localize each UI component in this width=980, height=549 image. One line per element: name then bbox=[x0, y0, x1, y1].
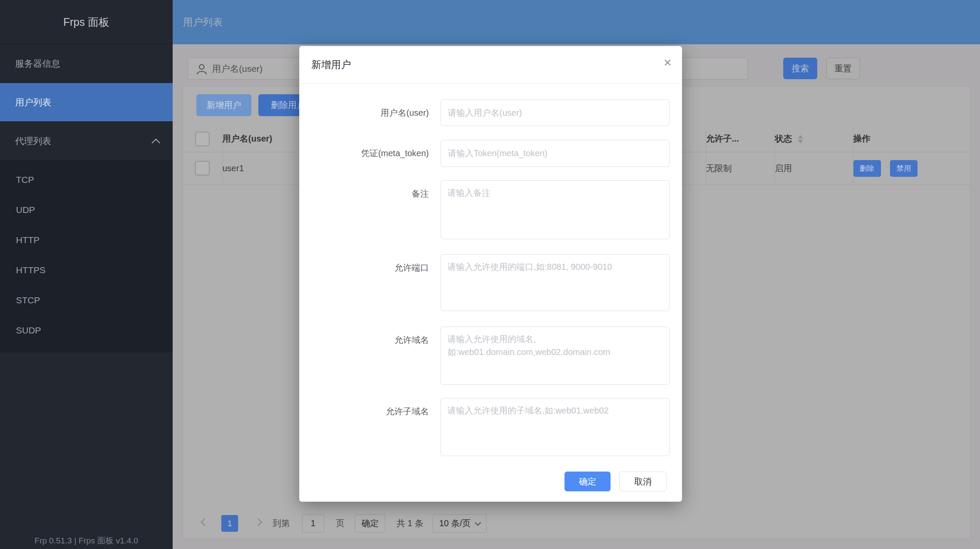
page-number-button[interactable]: 1 bbox=[221, 515, 238, 532]
sidebar: Frps 面板 服务器信息 用户列表 代理列表 TCP UDP HTTP HTT… bbox=[0, 0, 173, 549]
token-input[interactable] bbox=[440, 140, 670, 167]
chevron-down-icon bbox=[475, 520, 481, 526]
sidebar-item-user-list[interactable]: 用户列表 bbox=[0, 83, 173, 122]
allow-ports-textarea[interactable] bbox=[440, 254, 670, 311]
cell-allow-subdomain: 无限制 bbox=[706, 152, 775, 185]
sidebar-nav: 服务器信息 用户列表 代理列表 TCP UDP HTTP HTTPS STCP … bbox=[0, 44, 173, 352]
allow-domains-textarea[interactable] bbox=[440, 327, 670, 385]
field-label-comment: 备注 bbox=[299, 180, 429, 207]
sidebar-item-label: 服务器信息 bbox=[15, 58, 60, 70]
prev-page-icon[interactable] bbox=[202, 519, 211, 528]
field-label-username: 用户名(user) bbox=[299, 99, 429, 126]
field-label-allow-domains: 允许域名 bbox=[299, 327, 429, 353]
pagination: 1 到第 页 确定 共 1 条 10 条/页 bbox=[183, 514, 970, 533]
goto-prefix-label: 到第 bbox=[273, 518, 290, 529]
field-label-allow-ports: 允许端口 bbox=[299, 254, 429, 281]
field-label-token: 凭证(meta_token) bbox=[299, 140, 429, 167]
page-header: 用户列表 bbox=[173, 0, 980, 44]
goto-confirm-button[interactable]: 确定 bbox=[355, 514, 385, 533]
sidebar-item-label: TCP bbox=[16, 175, 34, 185]
sidebar-item-label: 用户列表 bbox=[15, 96, 51, 108]
sidebar-item-label: SUDP bbox=[16, 325, 41, 336]
close-icon[interactable]: × bbox=[664, 56, 672, 69]
row-checkbox[interactable] bbox=[195, 161, 210, 176]
sort-icon[interactable] bbox=[798, 135, 803, 143]
search-button[interactable]: 搜索 bbox=[783, 58, 817, 79]
total-count-label: 共 1 条 bbox=[397, 518, 423, 529]
field-label-allow-subdomains: 允许子域名 bbox=[299, 398, 429, 425]
version-footer: Frp 0.51.3 | Frps 面板 v1.4.0 bbox=[0, 535, 173, 546]
column-header-actions: 操作 bbox=[853, 126, 971, 152]
sidebar-item-proxy-list[interactable]: 代理列表 bbox=[0, 122, 173, 160]
cancel-button[interactable]: 取消 bbox=[619, 472, 667, 491]
confirm-button[interactable]: 确定 bbox=[564, 472, 611, 491]
sidebar-item-tcp[interactable]: TCP bbox=[0, 165, 173, 195]
page-size-value: 10 条/页 bbox=[439, 518, 471, 529]
sidebar-item-server-info[interactable]: 服务器信息 bbox=[0, 44, 173, 83]
goto-suffix-label: 页 bbox=[336, 518, 344, 529]
chevron-up-icon bbox=[152, 139, 160, 147]
add-user-dialog: 新增用户 × 用户名(user) 凭证(meta_token) 备注 允许端口 … bbox=[299, 46, 682, 502]
page-title: 用户列表 bbox=[173, 15, 223, 29]
cell-status: 启用 bbox=[775, 152, 853, 185]
user-icon bbox=[196, 63, 208, 75]
cell-actions: 删除 禁用 bbox=[853, 152, 971, 185]
dialog-header: 新增用户 × bbox=[299, 46, 682, 84]
sidebar-item-https[interactable]: HTTPS bbox=[0, 255, 173, 285]
sidebar-item-label: STCP bbox=[16, 295, 40, 305]
app-title: Frps 面板 bbox=[0, 0, 173, 44]
add-user-button[interactable]: 新增用户 bbox=[196, 94, 251, 116]
page-size-select[interactable]: 10 条/页 bbox=[433, 514, 487, 533]
sidebar-item-label: 代理列表 bbox=[15, 135, 51, 147]
row-delete-button[interactable]: 删除 bbox=[853, 160, 881, 177]
goto-page-input[interactable] bbox=[302, 514, 324, 533]
select-all-checkbox[interactable] bbox=[195, 132, 210, 146]
comment-textarea[interactable] bbox=[440, 180, 670, 239]
sidebar-item-stcp[interactable]: STCP bbox=[0, 285, 173, 315]
username-input[interactable] bbox=[440, 99, 670, 126]
row-disable-button[interactable]: 禁用 bbox=[890, 160, 918, 177]
sidebar-item-label: UDP bbox=[16, 205, 35, 215]
allow-subdomains-textarea[interactable] bbox=[440, 398, 670, 456]
column-header-allow-subdomain[interactable]: 允许子... bbox=[706, 126, 775, 152]
sidebar-item-http[interactable]: HTTP bbox=[0, 225, 173, 255]
next-page-icon[interactable] bbox=[255, 519, 264, 528]
reset-button[interactable]: 重置 bbox=[826, 58, 860, 79]
frps-panel-app: Frps 面板 服务器信息 用户列表 代理列表 TCP UDP HTTP HTT… bbox=[0, 0, 980, 549]
sidebar-item-udp[interactable]: UDP bbox=[0, 195, 173, 225]
column-header-status[interactable]: 状态 bbox=[775, 126, 853, 152]
sidebar-item-sudp[interactable]: SUDP bbox=[0, 315, 173, 345]
sidebar-item-label: HTTP bbox=[16, 235, 40, 245]
sidebar-item-label: HTTPS bbox=[16, 265, 46, 275]
dialog-title: 新增用户 bbox=[299, 58, 351, 71]
proxy-submenu: TCP UDP HTTP HTTPS STCP SUDP bbox=[0, 160, 173, 352]
